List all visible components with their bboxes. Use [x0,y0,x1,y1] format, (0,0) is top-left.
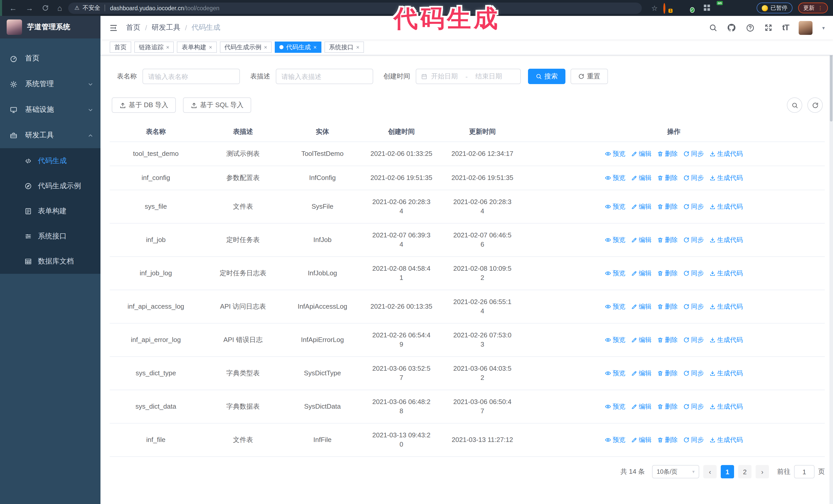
close-icon[interactable]: × [356,44,360,50]
edit-action[interactable]: 编辑 [631,235,651,245]
sidebar-item[interactable]: 研发工具 [0,123,100,148]
extension-icon[interactable] [730,4,738,12]
edit-action[interactable]: 编辑 [631,173,651,183]
page-button[interactable]: 1 [721,465,734,478]
edit-action[interactable]: 编辑 [631,149,651,159]
reset-button[interactable]: 重置 [571,69,608,84]
sidebar-subitem[interactable]: 表单构建 [0,198,100,223]
goto-page-input[interactable] [794,465,814,478]
table-name-input[interactable] [143,69,240,84]
preview-action[interactable]: 预览 [605,149,625,159]
help-icon[interactable] [746,23,755,32]
edit-action[interactable]: 编辑 [631,369,651,378]
tab-item[interactable]: 系统接口× [325,42,364,53]
delete-action[interactable]: 删除 [657,235,678,245]
browser-home-icon[interactable]: ⌂ [57,4,62,12]
edit-action[interactable]: 编辑 [631,402,651,411]
close-icon[interactable]: × [313,44,317,50]
page-button[interactable]: 2 [738,465,752,478]
tab-item[interactable]: 首页 [110,42,131,53]
preview-action[interactable]: 预览 [605,335,625,344]
preview-action[interactable]: 预览 [605,302,625,311]
delete-action[interactable]: 删除 [657,369,678,378]
preview-action[interactable]: 预览 [605,235,625,245]
edit-action[interactable]: 编辑 [631,269,651,278]
tab-item[interactable]: 代码生成示例× [220,42,272,53]
chevron-down-icon[interactable]: ▾ [822,25,825,30]
close-icon[interactable]: × [264,44,267,50]
edit-action[interactable]: 编辑 [631,435,651,445]
browser-update-button[interactable]: 更新 ⋮ [798,3,828,13]
tab-item[interactable]: 链路追踪× [134,42,174,53]
import-db-button[interactable]: 基于 DB 导入 [112,97,176,113]
tab-item[interactable]: 表单构建× [177,42,217,53]
delete-action[interactable]: 删除 [657,173,678,183]
close-icon[interactable]: × [209,44,212,50]
preview-action[interactable]: 预览 [605,402,625,411]
preview-action[interactable]: 预览 [605,435,625,445]
preview-action[interactable]: 预览 [605,173,625,183]
sidebar-toggle-icon[interactable] [109,23,118,32]
delete-action[interactable]: 删除 [657,435,678,445]
sync-action[interactable]: 同步 [683,149,704,159]
sidebar-item[interactable]: 首页 [0,46,100,71]
extension-icon[interactable]: on [717,4,724,12]
sync-action[interactable]: 同步 [683,235,704,245]
sidebar-subitem[interactable]: 数据库文档 [0,249,100,274]
import-sql-button[interactable]: 基于 SQL 导入 [183,97,252,113]
bookmark-star-icon[interactable]: ☆ [651,4,658,12]
date-range-picker[interactable]: 开始日期 - 结束日期 [416,69,521,84]
sidebar-logo-bar[interactable]: 芋道管理系统 [0,16,100,39]
close-icon[interactable]: × [166,44,169,50]
extension-icon[interactable]: ✓ [690,4,698,12]
kebab-menu-icon[interactable]: ⋮ [818,5,823,11]
delete-action[interactable]: 删除 [657,402,678,411]
paused-extension-badge[interactable]: 已暂停 [757,3,792,13]
extension-icon[interactable]: 1 [663,4,671,12]
extension-icon[interactable] [703,4,711,12]
browser-back-icon[interactable]: ← [9,4,17,12]
generate-code-action[interactable]: 生成代码 [710,202,743,211]
generate-code-action[interactable]: 生成代码 [710,335,743,344]
sidebar-subitem[interactable]: 代码生成示例 [0,173,100,198]
table-desc-input[interactable] [276,69,373,84]
breadcrumb-item[interactable]: 首页 [126,23,140,32]
breadcrumb-item[interactable]: 研发工具 [152,23,181,32]
sidebar-item[interactable]: 系统管理 [0,71,100,97]
tab-active[interactable]: 代码生成× [275,42,322,53]
sync-action[interactable]: 同步 [683,435,704,445]
sync-action[interactable]: 同步 [683,302,704,311]
edit-action[interactable]: 编辑 [631,335,651,344]
generate-code-action[interactable]: 生成代码 [710,173,743,183]
sync-action[interactable]: 同步 [683,269,704,278]
generate-code-action[interactable]: 生成代码 [710,302,743,311]
font-size-icon[interactable]: tT [782,24,789,32]
toggle-search-button[interactable] [787,97,802,113]
preview-action[interactable]: 预览 [605,269,625,278]
extension-icon[interactable] [743,4,751,12]
sync-action[interactable]: 同步 [683,335,704,344]
github-icon[interactable] [727,23,736,32]
address-bar[interactable]: ⚠ 不安全 dashboard.yudao.iocoder.cn /tool/c… [68,2,642,14]
fullscreen-icon[interactable] [764,24,772,32]
page-size-select[interactable]: 10条/页 ▾ [652,465,699,478]
preview-action[interactable]: 预览 [605,369,625,378]
sync-action[interactable]: 同步 [683,173,704,183]
delete-action[interactable]: 删除 [657,269,678,278]
browser-forward-icon[interactable]: → [26,4,33,12]
preview-action[interactable]: 预览 [605,202,625,211]
prev-page-button[interactable]: ‹ [703,465,717,478]
extension-icon[interactable] [677,4,684,12]
search-icon[interactable] [709,24,717,32]
generate-code-action[interactable]: 生成代码 [710,369,743,378]
delete-action[interactable]: 删除 [657,202,678,211]
sync-action[interactable]: 同步 [683,202,704,211]
delete-action[interactable]: 删除 [657,335,678,344]
generate-code-action[interactable]: 生成代码 [710,402,743,411]
delete-action[interactable]: 删除 [657,149,678,159]
next-page-button[interactable]: › [756,465,769,478]
generate-code-action[interactable]: 生成代码 [710,269,743,278]
refresh-table-button[interactable] [807,97,823,113]
browser-reload-icon[interactable] [42,5,49,11]
sidebar-subitem[interactable]: 代码生成 [0,148,100,173]
